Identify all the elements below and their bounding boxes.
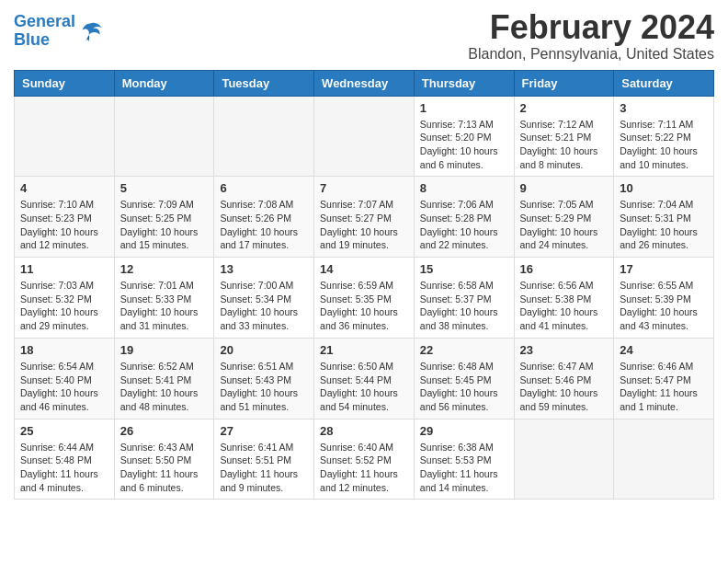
calendar-cell: 1Sunrise: 7:13 AM Sunset: 5:20 PM Daylig… xyxy=(414,96,514,177)
day-number: 13 xyxy=(220,262,308,276)
calendar-week-row: 18Sunrise: 6:54 AM Sunset: 5:40 PM Dayli… xyxy=(15,338,714,419)
day-info: Sunrise: 7:07 AM Sunset: 5:27 PM Dayligh… xyxy=(320,198,408,252)
day-info: Sunrise: 6:44 AM Sunset: 5:48 PM Dayligh… xyxy=(20,441,108,495)
calendar-cell xyxy=(314,96,415,177)
weekday-header-monday: Monday xyxy=(114,70,214,96)
day-info: Sunrise: 7:12 AM Sunset: 5:21 PM Dayligh… xyxy=(520,118,609,172)
day-number: 14 xyxy=(320,262,408,276)
day-info: Sunrise: 6:56 AM Sunset: 5:38 PM Dayligh… xyxy=(520,279,609,333)
calendar-cell: 9Sunrise: 7:05 AM Sunset: 5:29 PM Daylig… xyxy=(514,177,614,258)
calendar-cell: 8Sunrise: 7:06 AM Sunset: 5:28 PM Daylig… xyxy=(414,177,514,258)
day-info: Sunrise: 7:10 AM Sunset: 5:23 PM Dayligh… xyxy=(20,198,108,252)
calendar-cell: 18Sunrise: 6:54 AM Sunset: 5:40 PM Dayli… xyxy=(15,338,115,419)
calendar-header: SundayMondayTuesdayWednesdayThursdayFrid… xyxy=(15,70,714,96)
day-info: Sunrise: 6:40 AM Sunset: 5:52 PM Dayligh… xyxy=(320,441,408,495)
month-title: February 2024 xyxy=(468,9,714,46)
day-info: Sunrise: 6:47 AM Sunset: 5:46 PM Dayligh… xyxy=(520,360,609,414)
day-info: Sunrise: 7:08 AM Sunset: 5:26 PM Dayligh… xyxy=(220,198,308,252)
day-number: 2 xyxy=(520,101,609,115)
calendar-cell: 17Sunrise: 6:55 AM Sunset: 5:39 PM Dayli… xyxy=(614,258,714,339)
calendar-cell: 14Sunrise: 6:59 AM Sunset: 5:35 PM Dayli… xyxy=(314,258,415,339)
calendar-week-row: 11Sunrise: 7:03 AM Sunset: 5:32 PM Dayli… xyxy=(15,258,714,339)
calendar-cell: 21Sunrise: 6:50 AM Sunset: 5:44 PM Dayli… xyxy=(314,338,415,419)
calendar-cell: 16Sunrise: 6:56 AM Sunset: 5:38 PM Dayli… xyxy=(514,258,614,339)
day-info: Sunrise: 6:59 AM Sunset: 5:35 PM Dayligh… xyxy=(320,279,408,333)
day-info: Sunrise: 6:51 AM Sunset: 5:43 PM Dayligh… xyxy=(220,360,308,414)
day-info: Sunrise: 6:38 AM Sunset: 5:53 PM Dayligh… xyxy=(420,441,508,495)
calendar-cell: 19Sunrise: 6:52 AM Sunset: 5:41 PM Dayli… xyxy=(114,338,214,419)
day-number: 10 xyxy=(620,181,708,195)
day-info: Sunrise: 7:09 AM Sunset: 5:25 PM Dayligh… xyxy=(120,198,209,252)
calendar-cell: 2Sunrise: 7:12 AM Sunset: 5:21 PM Daylig… xyxy=(514,96,614,177)
day-info: Sunrise: 6:50 AM Sunset: 5:44 PM Dayligh… xyxy=(320,360,408,414)
day-info: Sunrise: 7:01 AM Sunset: 5:33 PM Dayligh… xyxy=(120,279,209,333)
day-number: 11 xyxy=(20,262,108,276)
calendar-cell: 27Sunrise: 6:41 AM Sunset: 5:51 PM Dayli… xyxy=(214,419,314,500)
day-number: 5 xyxy=(120,181,209,195)
day-info: Sunrise: 6:41 AM Sunset: 5:51 PM Dayligh… xyxy=(220,441,308,495)
weekday-header-sunday: Sunday xyxy=(15,70,115,96)
calendar-cell: 29Sunrise: 6:38 AM Sunset: 5:53 PM Dayli… xyxy=(414,419,514,500)
day-info: Sunrise: 6:52 AM Sunset: 5:41 PM Dayligh… xyxy=(120,360,209,414)
weekday-header-saturday: Saturday xyxy=(614,70,714,96)
weekday-header-thursday: Thursday xyxy=(414,70,514,96)
weekday-header-friday: Friday xyxy=(514,70,614,96)
day-number: 17 xyxy=(620,262,708,276)
day-number: 4 xyxy=(20,181,108,195)
day-number: 16 xyxy=(520,262,609,276)
calendar-cell: 4Sunrise: 7:10 AM Sunset: 5:23 PM Daylig… xyxy=(15,177,115,258)
calendar-cell: 12Sunrise: 7:01 AM Sunset: 5:33 PM Dayli… xyxy=(114,258,214,339)
day-number: 25 xyxy=(20,424,108,438)
day-info: Sunrise: 6:46 AM Sunset: 5:47 PM Dayligh… xyxy=(620,360,708,414)
calendar-cell: 20Sunrise: 6:51 AM Sunset: 5:43 PM Dayli… xyxy=(214,338,314,419)
calendar-table: SundayMondayTuesdayWednesdayThursdayFrid… xyxy=(14,70,714,500)
calendar-cell: 13Sunrise: 7:00 AM Sunset: 5:34 PM Dayli… xyxy=(214,258,314,339)
calendar-cell: 10Sunrise: 7:04 AM Sunset: 5:31 PM Dayli… xyxy=(614,177,714,258)
calendar-cell: 3Sunrise: 7:11 AM Sunset: 5:22 PM Daylig… xyxy=(614,96,714,177)
day-number: 26 xyxy=(120,424,209,438)
day-info: Sunrise: 7:04 AM Sunset: 5:31 PM Dayligh… xyxy=(620,198,708,252)
calendar-cell xyxy=(514,419,614,500)
logo-bird-icon xyxy=(77,18,103,44)
day-info: Sunrise: 7:06 AM Sunset: 5:28 PM Dayligh… xyxy=(420,198,508,252)
calendar-cell: 11Sunrise: 7:03 AM Sunset: 5:32 PM Dayli… xyxy=(15,258,115,339)
day-number: 19 xyxy=(120,343,209,357)
day-info: Sunrise: 6:48 AM Sunset: 5:45 PM Dayligh… xyxy=(420,360,508,414)
day-number: 12 xyxy=(120,262,209,276)
day-number: 22 xyxy=(420,343,508,357)
day-info: Sunrise: 7:03 AM Sunset: 5:32 PM Dayligh… xyxy=(20,279,108,333)
calendar-cell: 26Sunrise: 6:43 AM Sunset: 5:50 PM Dayli… xyxy=(114,419,214,500)
calendar-cell: 25Sunrise: 6:44 AM Sunset: 5:48 PM Dayli… xyxy=(15,419,115,500)
day-number: 20 xyxy=(220,343,308,357)
calendar-cell xyxy=(614,419,714,500)
calendar-cell: 22Sunrise: 6:48 AM Sunset: 5:45 PM Dayli… xyxy=(414,338,514,419)
calendar-cell: 24Sunrise: 6:46 AM Sunset: 5:47 PM Dayli… xyxy=(614,338,714,419)
day-number: 6 xyxy=(220,181,308,195)
day-number: 8 xyxy=(420,181,508,195)
weekday-header-wednesday: Wednesday xyxy=(314,70,415,96)
calendar-cell xyxy=(15,96,115,177)
day-number: 29 xyxy=(420,424,508,438)
day-number: 15 xyxy=(420,262,508,276)
calendar-cell xyxy=(214,96,314,177)
day-info: Sunrise: 7:05 AM Sunset: 5:29 PM Dayligh… xyxy=(520,198,609,252)
location-subtitle: Blandon, Pennsylvania, United States xyxy=(468,46,714,63)
calendar-cell: 7Sunrise: 7:07 AM Sunset: 5:27 PM Daylig… xyxy=(314,177,415,258)
calendar-cell: 15Sunrise: 6:58 AM Sunset: 5:37 PM Dayli… xyxy=(414,258,514,339)
day-number: 24 xyxy=(620,343,708,357)
day-number: 21 xyxy=(320,343,408,357)
calendar-cell xyxy=(114,96,214,177)
day-info: Sunrise: 6:55 AM Sunset: 5:39 PM Dayligh… xyxy=(620,279,708,333)
calendar-week-row: 4Sunrise: 7:10 AM Sunset: 5:23 PM Daylig… xyxy=(15,177,714,258)
title-area: February 2024 Blandon, Pennsylvania, Uni… xyxy=(468,9,714,63)
day-number: 3 xyxy=(620,101,708,115)
calendar-cell: 5Sunrise: 7:09 AM Sunset: 5:25 PM Daylig… xyxy=(114,177,214,258)
day-number: 1 xyxy=(420,101,508,115)
day-info: Sunrise: 7:11 AM Sunset: 5:22 PM Dayligh… xyxy=(620,118,708,172)
day-info: Sunrise: 6:58 AM Sunset: 5:37 PM Dayligh… xyxy=(420,279,508,333)
weekday-header-tuesday: Tuesday xyxy=(214,70,314,96)
logo: General Blue xyxy=(14,13,103,50)
day-number: 23 xyxy=(520,343,609,357)
day-info: Sunrise: 7:13 AM Sunset: 5:20 PM Dayligh… xyxy=(420,118,508,172)
day-info: Sunrise: 6:54 AM Sunset: 5:40 PM Dayligh… xyxy=(20,360,108,414)
